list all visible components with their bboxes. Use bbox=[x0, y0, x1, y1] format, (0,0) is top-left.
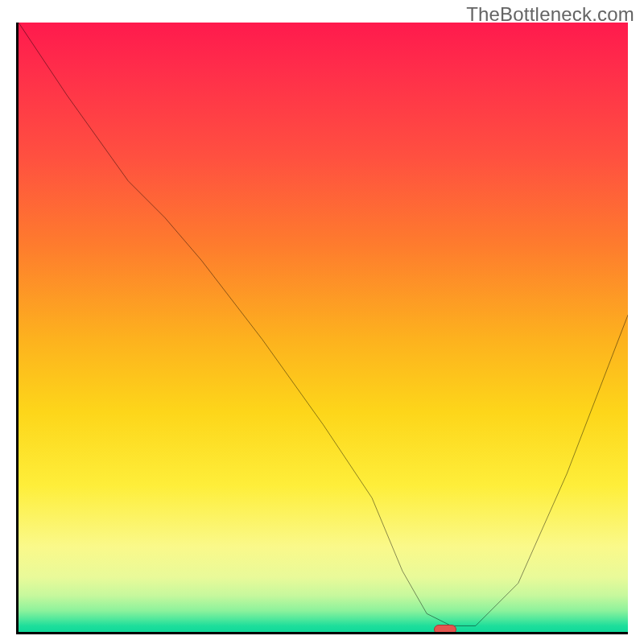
plot-area bbox=[16, 23, 628, 634]
watermark-text: TheBottleneck.com bbox=[466, 3, 634, 26]
optimal-point-marker bbox=[434, 625, 456, 634]
chart-frame: TheBottleneck.com bbox=[0, 0, 644, 644]
bottleneck-curve bbox=[19, 23, 628, 632]
